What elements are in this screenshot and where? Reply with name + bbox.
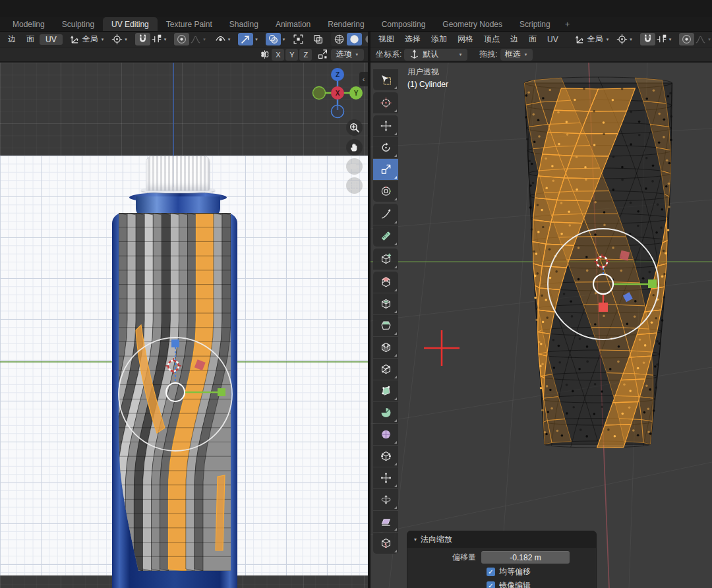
- workspace-tab-geometry-nodes[interactable]: Geometry Nodes: [434, 17, 511, 31]
- visibility-group[interactable]: ▾: [215, 34, 232, 45]
- vp-menu-顶点[interactable]: 顶点: [479, 34, 505, 45]
- coord-system-dropdown[interactable]: 默认 ▾: [404, 49, 467, 61]
- snap-toggle[interactable]: [135, 33, 150, 45]
- pivot-group[interactable]: ▾: [111, 34, 129, 45]
- tool-annotate[interactable]: [373, 204, 398, 225]
- vp-menu-视图[interactable]: 视图: [373, 34, 400, 45]
- checkbox-icon[interactable]: ✓: [487, 581, 495, 588]
- checkbox-row-1[interactable]: ✓镜像编辑: [487, 580, 596, 588]
- uv-menu-面[interactable]: 面: [21, 34, 40, 45]
- uv-menu-边[interactable]: 边: [3, 34, 21, 45]
- transform-gizmo-3d[interactable]: [371, 63, 712, 588]
- workspace-tab-animation[interactable]: Animation: [267, 17, 319, 31]
- vp-menu-UV[interactable]: UV: [542, 35, 564, 44]
- uv-viewport[interactable]: Z Y X ‹: [0, 63, 368, 588]
- tool-scale[interactable]: [373, 159, 398, 180]
- proportional-edit-group[interactable]: ▾: [679, 33, 712, 45]
- tool-rotate[interactable]: [373, 137, 398, 158]
- tool-smooth[interactable]: [373, 424, 398, 445]
- mirror-z-toggle[interactable]: Z: [299, 49, 312, 61]
- perspective-toggle-button[interactable]: [346, 177, 363, 194]
- tool-move[interactable]: [373, 115, 398, 136]
- tool-knife[interactable]: [373, 359, 398, 380]
- workspace-tab-shading[interactable]: Shading: [221, 17, 267, 31]
- zoom-button[interactable]: [346, 119, 363, 136]
- tool-to-sphere[interactable]: [373, 467, 398, 488]
- orientation-group[interactable]: 全局 ▾: [69, 34, 105, 45]
- tool-add-cube[interactable]: [373, 249, 398, 270]
- vp-menu-边[interactable]: 边: [505, 34, 523, 45]
- show-gizmo-toggle[interactable]: [238, 33, 253, 45]
- proportional-edit-toggle[interactable]: [174, 33, 189, 45]
- sidebar-collapse-arrow[interactable]: ‹: [359, 72, 368, 86]
- vp-menu-选择[interactable]: 选择: [400, 34, 426, 45]
- tool-transform[interactable]: [373, 181, 398, 202]
- workspace-tab-sculpting[interactable]: Sculpting: [53, 17, 103, 31]
- select-box-icon: [380, 74, 392, 86]
- tool-shear[interactable]: [373, 511, 398, 532]
- workspace-tab-texture-paint[interactable]: Texture Paint: [158, 17, 221, 31]
- snap-group[interactable]: ▾: [640, 33, 673, 45]
- tool-shrink-fatten[interactable]: [373, 489, 398, 510]
- orientation-label[interactable]: 全局: [586, 34, 605, 45]
- uv-menu-UV[interactable]: UV: [40, 34, 63, 45]
- mirror-x-toggle[interactable]: X: [272, 49, 284, 61]
- tool-bevel[interactable]: [373, 315, 398, 336]
- gizmo-z-handle[interactable]: [623, 292, 633, 302]
- checkbox-row-0[interactable]: ✓均等偏移: [487, 566, 596, 577]
- proportional-edit-toggle[interactable]: [679, 33, 694, 45]
- edit-mesh-cylinder[interactable]: [518, 75, 676, 454]
- tool-poly-build[interactable]: [373, 380, 398, 401]
- gizmo-x-handle[interactable]: [599, 303, 608, 312]
- chevron-down-icon: ▾: [605, 37, 610, 42]
- viewport-3d[interactable]: 用户透视 (1) Cylinder ▾ 法向缩放 偏移量 -0.182 m ✓均…: [371, 63, 712, 588]
- xray-group[interactable]: [311, 33, 326, 45]
- overlays-group[interactable]: ▾: [266, 33, 287, 45]
- vp-menu-网格[interactable]: 网格: [452, 34, 479, 45]
- axis-y-neg-button[interactable]: [313, 87, 326, 100]
- add-workspace-button[interactable]: +: [559, 17, 576, 31]
- uv-mesh[interactable]: [119, 213, 231, 571]
- tool-cursor[interactable]: [373, 92, 398, 113]
- pan-button[interactable]: [346, 139, 363, 156]
- workspace-tab-rendering[interactable]: Rendering: [319, 17, 372, 31]
- snap-toggle[interactable]: [640, 33, 655, 45]
- gizmo-y-handle[interactable]: [648, 279, 657, 288]
- offset-value-field[interactable]: -0.182 m: [481, 551, 570, 564]
- workspace-tab-compositing[interactable]: Compositing: [373, 17, 434, 31]
- orientation-group[interactable]: 全局 ▾: [574, 34, 610, 45]
- tool-spin[interactable]: [373, 402, 398, 423]
- drag-mode-dropdown[interactable]: 框选 ▾: [500, 49, 533, 61]
- tool-loop-cut[interactable]: [373, 337, 398, 358]
- tool-rip-region[interactable]: [373, 533, 398, 554]
- vp-menu-面[interactable]: 面: [523, 34, 542, 45]
- gizmo-corner-group[interactable]: [293, 34, 304, 45]
- workspace-tab-uv-editing[interactable]: UV Editing: [103, 17, 158, 31]
- shading-wireframe-button[interactable]: [332, 33, 347, 45]
- tool-edge-slide[interactable]: [373, 446, 398, 467]
- show-overlays-toggle[interactable]: [266, 33, 281, 45]
- workspace-tab-modeling[interactable]: Modeling: [4, 17, 53, 31]
- shading-solid-button[interactable]: [347, 33, 362, 45]
- operator-panel-header[interactable]: ▾ 法向缩放: [407, 531, 596, 548]
- camera-view-button[interactable]: [346, 158, 363, 175]
- orientation-label[interactable]: 全局: [81, 34, 100, 45]
- tool-inset-faces[interactable]: [373, 293, 398, 314]
- options-dropdown[interactable]: 选项 ▾: [331, 49, 364, 61]
- gizmo-x-neg-handle[interactable]: [619, 250, 630, 261]
- proportional-edit-group[interactable]: ▾: [174, 33, 207, 45]
- snap-group[interactable]: ▾: [135, 33, 168, 45]
- xray-toggle[interactable]: [311, 33, 326, 45]
- gizmos-group[interactable]: ▾: [238, 33, 259, 45]
- pivot-group[interactable]: ▾: [616, 34, 634, 45]
- tool-select-box[interactable]: [373, 69, 398, 90]
- tool-extrude-region[interactable]: [373, 272, 398, 293]
- tool-measure[interactable]: [373, 225, 398, 247]
- checkbox-icon[interactable]: ✓: [487, 568, 495, 576]
- navigation-gizmo[interactable]: Z Y X: [310, 67, 365, 122]
- workspace-tab-scripting[interactable]: Scripting: [511, 17, 559, 31]
- vp-menu-添加[interactable]: 添加: [426, 34, 452, 45]
- cursor-3d: [594, 254, 610, 270]
- mirror-y-toggle[interactable]: Y: [285, 49, 298, 61]
- axis-z-neg-button[interactable]: [332, 105, 344, 118]
